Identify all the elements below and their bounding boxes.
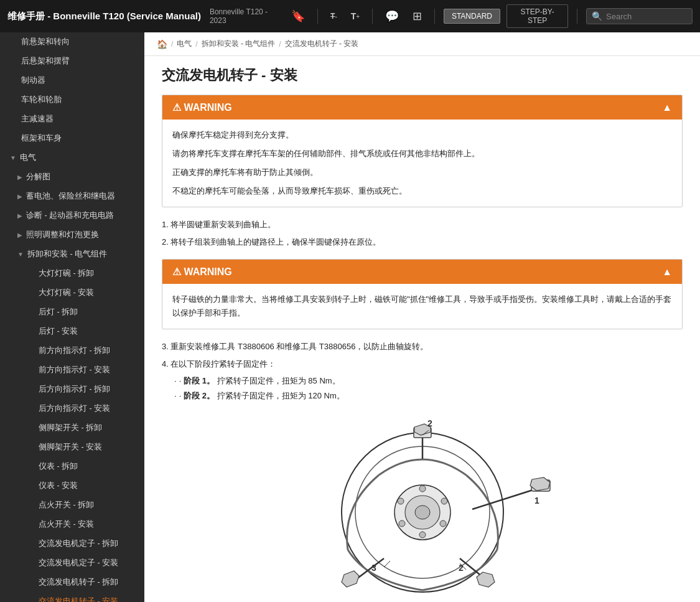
breadcrumb: 🏠 / 电气 / 拆卸和安装 - 电气组件 / 交流发电机转子 - 安装	[144, 32, 700, 56]
sidebar-item-28[interactable]: 交流发电机转子 - 拆卸	[0, 573, 144, 592]
sidebar-item-label: 交流发电机定子 - 安装	[39, 558, 118, 568]
warning-collapse-1[interactable]: ▲	[662, 102, 672, 113]
sidebar-item-12[interactable]: 大灯灯碗 - 拆卸	[0, 264, 144, 283]
sidebar-item-label: 分解图	[26, 172, 50, 182]
sidebar-item-23[interactable]: 仪表 - 安装	[0, 476, 144, 496]
sidebar-item-6[interactable]: ▼电气	[0, 148, 144, 167]
sidebar: 前悬架和转向后悬架和摆臂制动器车轮和轮胎主减速器框架和车身▼电气▶分解图▶蓄电池…	[0, 32, 144, 602]
sidebar-item-3[interactable]: 车轮和轮胎	[0, 90, 144, 110]
sidebar-item-15[interactable]: 后灯 - 安装	[0, 322, 144, 341]
text-increase-button[interactable]: T+	[347, 9, 363, 24]
sidebar-item-label: 后悬架和摆臂	[21, 56, 70, 67]
sidebar-item-19[interactable]: 后方向指示灯 - 安装	[0, 399, 144, 418]
warning-header-2: ⚠ WARNING ▲	[162, 260, 682, 284]
sidebar-item-label: 大灯灯碗 - 拆卸	[39, 268, 94, 279]
warning-collapse-2[interactable]: ▲	[662, 266, 672, 278]
sidebar-item-label: 后灯 - 安装	[39, 326, 78, 337]
step-by-step-mode-button[interactable]: STEP-BY-STEP	[506, 4, 568, 28]
sidebar-item-7[interactable]: ▶分解图	[0, 167, 144, 187]
sidebar-item-label: 大灯灯碗 - 安装	[39, 288, 94, 298]
page-title: 交流发电机转子 - 安装	[162, 66, 683, 85]
sidebar-item-18[interactable]: 后方向指示灯 - 拆卸	[0, 380, 144, 399]
sub-step-1-text: 阶段 1。 拧紧转子固定件，扭矩为 85 Nm。	[184, 374, 340, 388]
sidebar-item-label: 点火开关 - 安装	[39, 519, 94, 530]
sidebar-item-2[interactable]: 制动器	[0, 71, 144, 90]
search-box: 🔍	[586, 8, 693, 24]
sidebar-item-16[interactable]: 前方向指示灯 - 拆卸	[0, 341, 144, 360]
svg-point-7	[441, 498, 447, 504]
sidebar-item-label: 侧脚架开关 - 安装	[39, 442, 102, 453]
sidebar-item-label: 电气	[20, 153, 36, 163]
svg-text:2: 2	[427, 418, 432, 428]
sidebar-item-29[interactable]: 交流发电机转子 - 安装	[0, 592, 144, 602]
breadcrumb-removal-install[interactable]: 拆卸和安装 - 电气组件	[202, 39, 276, 49]
sidebar-item-4[interactable]: 主减速器	[0, 110, 144, 129]
chevron-icon: ▼	[17, 251, 24, 258]
warning-box-1: ⚠ WARNING ▲ 确保摩托车稳定并得到充分支撑。 请勿将摩托车支撑在摩托车…	[162, 95, 683, 207]
svg-point-8	[440, 520, 446, 527]
warning-box-2: ⚠ WARNING ▲ 转子磁铁的力量非常大。当将维修工具安装到转子上时，磁铁可…	[162, 259, 683, 329]
sidebar-item-label: 前方向指示灯 - 安装	[39, 365, 110, 375]
sidebar-item-label: 侧脚架开关 - 拆卸	[39, 423, 102, 433]
sidebar-item-label: 仪表 - 拆卸	[39, 461, 78, 472]
sidebar-item-27[interactable]: 交流发电机定子 - 安装	[0, 553, 144, 573]
main-content: 🏠 / 电气 / 拆卸和安装 - 电气组件 / 交流发电机转子 - 安装 交流发…	[144, 32, 700, 602]
search-input[interactable]	[606, 12, 687, 21]
sidebar-item-label: 后方向指示灯 - 安装	[39, 403, 110, 414]
sidebar-item-label: 交流发电机定子 - 拆卸	[39, 539, 118, 549]
content-area: 交流发电机转子 - 安装 ⚠ WARNING ▲ 确保摩托车稳定并得到充分支撑。…	[144, 56, 700, 602]
divider1	[317, 9, 318, 24]
sidebar-item-0[interactable]: 前悬架和转向	[0, 32, 144, 52]
warning-icon-1: ⚠ WARNING	[172, 101, 232, 113]
svg-text:1: 1	[534, 496, 539, 506]
sidebar-item-22[interactable]: 仪表 - 拆卸	[0, 457, 144, 476]
sidebar-item-10[interactable]: ▶照明调整和灯泡更换	[0, 225, 144, 245]
sidebar-item-26[interactable]: 交流发电机定子 - 拆卸	[0, 534, 144, 553]
breadcrumb-current: 交流发电机转子 - 安装	[285, 39, 359, 49]
text-decrease-button[interactable]: T-	[327, 9, 341, 23]
sidebar-item-label: 交流发电机转子 - 安装	[39, 596, 118, 602]
view-button[interactable]: ⊞	[409, 7, 426, 26]
sub-step-2-text: 阶段 2。 拧紧转子固定件，扭矩为 120 Nm。	[184, 388, 345, 403]
sub-steps: · 阶段 1。 拧紧转子固定件，扭矩为 85 Nm。 · 阶段 2。 拧紧转子固…	[162, 374, 683, 403]
steps-section-1: 1. 将半圆键重新安装到曲轴上。 2. 将转子组装到曲轴上的键路径上，确保半圆键…	[162, 217, 683, 249]
svg-point-9	[419, 532, 426, 538]
warning1-line4: 不稳定的摩托车可能会坠落，从而导致摩托车损坏、重伤或死亡。	[172, 184, 672, 198]
step-3: 3. 重新安装维修工具 T3880606 和维修工具 T3880656，以防止曲…	[162, 339, 683, 354]
sidebar-item-label: 后方向指示灯 - 拆卸	[39, 384, 110, 395]
sidebar-item-24[interactable]: 点火开关 - 拆卸	[0, 496, 144, 515]
sidebar-item-14[interactable]: 后灯 - 拆卸	[0, 303, 144, 322]
comment-button[interactable]: 💬	[381, 7, 403, 26]
sidebar-item-13[interactable]: 大灯灯碗 - 安装	[0, 283, 144, 303]
sidebar-item-label: 制动器	[21, 75, 45, 86]
standard-mode-button[interactable]: STANDARD	[444, 9, 500, 24]
sidebar-item-label: 主减速器	[21, 114, 54, 125]
bookmark-button[interactable]: 🔖	[287, 7, 309, 26]
sidebar-item-17[interactable]: 前方向指示灯 - 安装	[0, 360, 144, 380]
sidebar-item-label: 蓄电池、保险丝和继电器	[26, 191, 115, 202]
sidebar-item-9[interactable]: ▶诊断 - 起动器和充电电路	[0, 206, 144, 225]
svg-point-6	[419, 486, 426, 492]
sidebar-item-label: 点火开关 - 拆卸	[39, 500, 94, 510]
sidebar-item-label: 仪表 - 安装	[39, 481, 78, 491]
breadcrumb-electrical[interactable]: 电气	[177, 39, 192, 49]
warning1-line3: 正确支撑的摩托车将有助于防止其倾倒。	[172, 166, 672, 179]
warning2-line1: 转子磁铁的力量非常大。当将维修工具安装到转子上时，磁铁可能"抓住"维修工具，导致…	[172, 293, 672, 320]
divider2	[372, 9, 373, 24]
alternator-diagram: 2 2 3 1	[292, 413, 553, 602]
sidebar-item-25[interactable]: 点火开关 - 安装	[0, 515, 144, 534]
sidebar-item-8[interactable]: ▶蓄电池、保险丝和继电器	[0, 187, 144, 206]
sidebar-item-5[interactable]: 框架和车身	[0, 129, 144, 148]
sidebar-item-1[interactable]: 后悬架和摆臂	[0, 52, 144, 71]
svg-point-11	[398, 498, 404, 504]
sidebar-item-21[interactable]: 侧脚架开关 - 安装	[0, 438, 144, 457]
sidebar-item-11[interactable]: ▼拆卸和安装 - 电气组件	[0, 245, 144, 264]
warning1-line1: 确保摩托车稳定并得到充分支撑。	[172, 128, 672, 142]
chevron-icon: ▶	[17, 193, 22, 200]
home-icon[interactable]: 🏠	[157, 39, 167, 49]
sidebar-item-label: 照明调整和灯泡更换	[26, 230, 99, 240]
sidebar-item-label: 前方向指示灯 - 拆卸	[39, 346, 110, 356]
divider4	[577, 9, 577, 24]
sidebar-item-20[interactable]: 侧脚架开关 - 拆卸	[0, 418, 144, 438]
divider3	[434, 9, 435, 24]
